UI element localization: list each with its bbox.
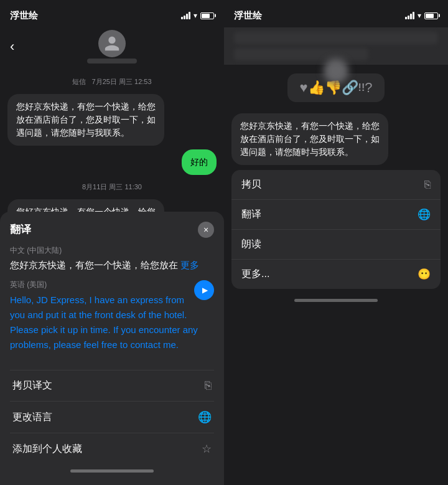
date-label-1: 短信 7月25日 周三 12:53 (7, 77, 217, 87)
right-battery-icon (424, 12, 438, 19)
home-indicator-right (294, 299, 378, 302)
more-link[interactable]: 更多 (180, 260, 199, 270)
context-menu: 拷贝 ⎘ 翻译 🌐 朗读 更多... 😶 (231, 170, 441, 289)
reaction-heart[interactable]: ♥ (300, 80, 308, 96)
blurred-row-2 (234, 48, 368, 60)
battery-icon (200, 12, 214, 19)
target-lang-label: 英语 (美国) (10, 280, 214, 290)
more-icon: 😶 (418, 268, 431, 281)
action-add-favorite[interactable]: 添加到个人收藏 ☆ (10, 433, 214, 464)
action-copy-translation[interactable]: 拷贝译文 ⎘ (10, 370, 214, 402)
right-blurred-header (224, 27, 448, 65)
read-label: 朗读 (241, 238, 261, 251)
left-status-bar: 浮世绘 ▾ (0, 0, 224, 27)
context-read[interactable]: 朗读 (231, 230, 441, 260)
left-nav-bar: ‹ (0, 27, 224, 68)
action-lang-label: 更改语言 (12, 411, 52, 424)
reaction-link[interactable]: 🔗 (342, 80, 358, 96)
person-icon (103, 35, 121, 52)
translate-icon: 🌐 (418, 208, 431, 221)
blurred-row-1 (234, 32, 438, 44)
context-more[interactable]: 更多... 😶 (231, 260, 441, 289)
context-copy[interactable]: 拷贝 ⎘ (231, 170, 441, 200)
sheet-actions: 拷贝译文 ⎘ 更改语言 🌐 添加到个人收藏 ☆ (10, 370, 214, 464)
avatar-image (98, 30, 126, 57)
sheet-close-button[interactable]: × (198, 222, 214, 238)
contact-name (87, 59, 137, 64)
signal-icon (181, 12, 190, 19)
translate-label: 翻译 (241, 208, 261, 221)
left-status-icons: ▾ (181, 11, 214, 20)
copy-icon-right: ⎘ (424, 179, 431, 191)
blurred-avatar (324, 59, 348, 83)
right-wifi-icon: ▾ (418, 11, 421, 20)
left-panel: 浮世绘 ▾ ‹ 短信 7月25日 周三 (0, 0, 224, 485)
wifi-icon: ▾ (194, 11, 197, 20)
contact-avatar (87, 30, 137, 64)
reaction-thumbup[interactable]: 👍 (308, 80, 325, 96)
right-app-name: 浮世绘 (234, 10, 262, 22)
play-button[interactable] (194, 280, 214, 300)
translated-text: Hello, JD Express, I have an express fro… (10, 293, 214, 352)
home-indicator-left (70, 469, 154, 473)
source-text: 您好京东快递，有您一个快递，给您放在 更多 (10, 258, 214, 273)
right-chat-area: 您好京东快递，有您一个快递，给您放在酒店前台了，您及时取一下，如遇问题，请您随时… (224, 111, 448, 165)
action-change-lang[interactable]: 更改语言 🌐 (10, 402, 214, 433)
sheet-title: 翻译 (10, 222, 31, 237)
copy-icon: ⎘ (205, 379, 212, 392)
more-label: 更多... (241, 268, 269, 281)
date-label-2: 8月11日 周三 11:30 (7, 182, 217, 192)
context-translate[interactable]: 翻译 🌐 (231, 200, 441, 230)
left-app-name: 浮世绘 (10, 10, 38, 22)
source-lang-label: 中文 (中国大陆) (10, 245, 214, 256)
right-status-icons: ▾ (405, 11, 438, 20)
sheet-header: 翻译 × (10, 222, 214, 238)
right-status-bar: 浮世绘 ▾ (224, 0, 448, 27)
reaction-question[interactable]: ? (365, 80, 372, 96)
copy-label: 拷贝 (241, 178, 261, 191)
star-icon: ☆ (202, 442, 212, 456)
message-bubble-incoming-1: 您好京东快递，有您一个快递，给您放在酒店前台了，您及时取一下，如遇问题，请您随时… (7, 94, 164, 146)
right-message-bubble: 您好京东快递，有您一个快递，给您放在酒店前台了，您及时取一下，如遇问题，请您随时… (231, 113, 388, 165)
reaction-exclaim[interactable]: !! (358, 82, 365, 93)
lang-icon: 🌐 (198, 410, 212, 424)
action-fav-label: 添加到个人收藏 (12, 443, 82, 456)
right-panel: 浮世绘 ▾ ♥ 👍 👎 🔗 !! ? (224, 0, 448, 485)
message-bubble-outgoing-1: 好的 (182, 149, 217, 175)
translation-sheet: 翻译 × 中文 (中国大陆) 您好京东快递，有您一个快递，给您放在 更多 英语 … (0, 212, 224, 486)
action-copy-label: 拷贝译文 (12, 379, 52, 392)
right-signal-icon (405, 12, 414, 19)
back-button[interactable]: ‹ (10, 40, 14, 54)
